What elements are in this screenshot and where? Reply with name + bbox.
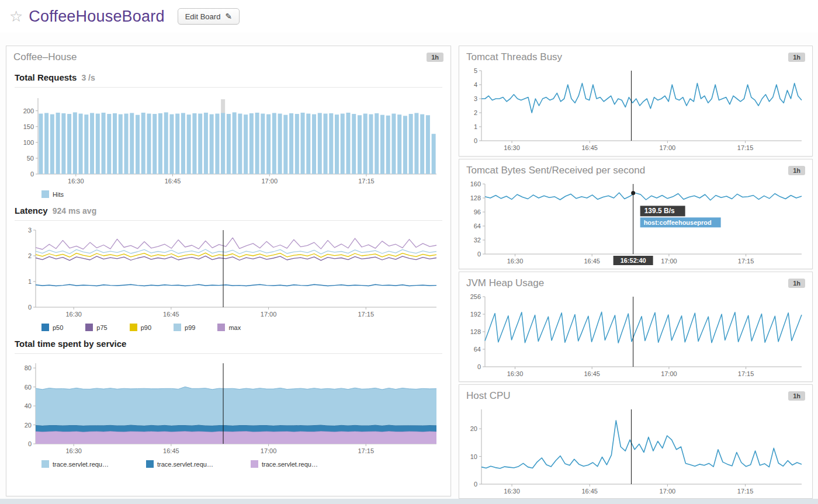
svg-text:192: 192 (470, 311, 481, 318)
time-range-badge[interactable]: 1h (788, 166, 805, 175)
panel-header: Host CPU 1h (459, 385, 812, 405)
time-range-badge[interactable]: 1h (788, 53, 805, 62)
time-range-badge[interactable]: 1h (427, 53, 443, 62)
panel-host-cpu: Host CPU 1h 0102016:3016:4517:0017:15 (459, 384, 813, 499)
svg-text:16:45: 16:45 (584, 258, 600, 265)
svg-text:16:30: 16:30 (65, 311, 82, 318)
edit-board-button[interactable]: Edit Board ✎ (178, 8, 240, 25)
svg-text:2: 2 (28, 252, 32, 259)
svg-text:17:15: 17:15 (738, 258, 754, 265)
legend-label: Hits (53, 191, 64, 198)
svg-text:4: 4 (474, 81, 477, 88)
panel-tomcat-threads-busy: Tomcat Threads Busy 1h 01234516:3016:451… (459, 46, 813, 157)
star-icon[interactable]: ☆ (9, 9, 23, 24)
svg-text:16:30: 16:30 (65, 447, 82, 454)
legend-item[interactable]: p99 (174, 324, 195, 331)
svg-text:0: 0 (474, 481, 477, 488)
time-range-badge[interactable]: 1h (788, 279, 805, 288)
svg-text:64: 64 (474, 346, 481, 353)
panel-header: Tomcat Bytes Sent/Received per second 1h (459, 159, 812, 179)
section-value: 924 ms avg (53, 206, 97, 215)
legend-label: p99 (185, 324, 195, 331)
section-latency: Latency 924 ms avg 012316:3016:4517:0017… (6, 200, 450, 332)
svg-text:5: 5 (474, 67, 477, 74)
section-header: Total time spent by service (15, 333, 442, 354)
legend-swatch (41, 460, 49, 468)
legend-label: trace.servlet.requ… (262, 461, 318, 468)
svg-text:0: 0 (477, 363, 481, 370)
svg-text:17:00: 17:00 (660, 144, 676, 151)
legend-swatch (146, 460, 154, 468)
svg-text:16:45: 16:45 (581, 144, 598, 151)
panel-header: Coffee–House 1h (6, 46, 450, 66)
legend-label: p50 (53, 324, 63, 331)
legend-label: trace.servlet.requ… (53, 461, 109, 468)
legend-swatch (217, 324, 225, 331)
time-range-badge[interactable]: 1h (788, 391, 805, 401)
legend-label: p75 (96, 324, 107, 331)
svg-text:1: 1 (474, 123, 477, 130)
svg-text:10: 10 (470, 453, 477, 460)
svg-text:16:30: 16:30 (507, 258, 524, 265)
svg-text:17:15: 17:15 (358, 178, 375, 185)
section-title: Total Requests (15, 72, 77, 82)
legend-item[interactable]: max (217, 324, 241, 331)
panel-header: JVM Heap Usage 1h (459, 272, 812, 292)
svg-text:17:00: 17:00 (661, 258, 677, 265)
pencil-icon: ✎ (225, 12, 232, 21)
svg-text:17:00: 17:00 (261, 447, 277, 454)
svg-text:50: 50 (27, 155, 34, 162)
jvm-heap-chart[interactable]: 06412819225616:3016:4517:0017:15 (464, 292, 807, 380)
legend-label: max (228, 324, 241, 331)
total-requests-chart[interactable]: 05010015020016:3016:4517:0017:15 (15, 93, 442, 187)
svg-text:host:coffeehouseprod: host:coffeehouseprod (644, 219, 712, 226)
svg-text:16:45: 16:45 (163, 447, 179, 454)
svg-text:16:52:40: 16:52:40 (621, 257, 646, 264)
svg-text:16:30: 16:30 (504, 488, 520, 495)
section-title: Total time spent by service (15, 339, 126, 349)
legend-swatch (85, 324, 93, 331)
panel-title: Tomcat Bytes Sent/Received per second (466, 165, 645, 176)
panel-jvm-heap: JVM Heap Usage 1h 06412819225616:3016:45… (459, 272, 813, 382)
svg-text:3: 3 (28, 227, 32, 234)
legend-swatch (174, 324, 181, 331)
svg-text:16:45: 16:45 (581, 488, 598, 495)
svg-text:0: 0 (28, 440, 32, 447)
svg-text:20: 20 (25, 422, 32, 429)
threads-busy-chart[interactable]: 01234516:3016:4517:0017:15 (464, 66, 807, 154)
svg-text:128: 128 (470, 194, 481, 201)
latency-legend: p50p75p90p99max (15, 320, 442, 332)
svg-text:16:45: 16:45 (165, 178, 181, 185)
svg-text:1: 1 (28, 278, 32, 285)
legend-swatch (41, 324, 49, 331)
panel-header: Tomcat Threads Busy 1h (459, 46, 812, 66)
latency-chart[interactable]: 012316:3016:4517:0017:15 (15, 225, 442, 320)
legend-item[interactable]: p75 (85, 324, 107, 331)
svg-text:100: 100 (23, 139, 34, 146)
svg-text:16:30: 16:30 (504, 144, 520, 151)
time-by-service-chart[interactable]: 02040608016:3016:4517:0017:15 (15, 359, 442, 457)
legend-swatch (41, 190, 49, 198)
section-header: Total Requests 3 /s (15, 67, 442, 88)
host-cpu-chart[interactable]: 0102016:3016:4517:0017:15 (464, 405, 807, 497)
panel-tomcat-bytes: Tomcat Bytes Sent/Received per second 1h… (459, 159, 813, 269)
panel-title: Coffee–House (13, 51, 77, 63)
section-title: Latency (15, 206, 48, 215)
panel-title: Tomcat Threads Busy (466, 51, 562, 63)
svg-text:17:15: 17:15 (358, 447, 374, 454)
svg-text:150: 150 (23, 123, 34, 130)
legend-item[interactable]: p50 (41, 324, 63, 331)
legend-item[interactable]: trace.servlet.requ… (251, 460, 318, 468)
legend-item[interactable]: Hits (41, 190, 64, 198)
svg-text:139.5 B/s: 139.5 B/s (644, 207, 675, 215)
legend-item[interactable]: trace.servlet.requ… (146, 460, 213, 468)
section-total-requests: Total Requests 3 /s 05010015020016:3016:… (6, 67, 450, 199)
section-time-by-service: Total time spent by service 02040608016:… (6, 333, 450, 469)
svg-text:17:15: 17:15 (737, 144, 754, 151)
legend-item[interactable]: trace.servlet.requ… (41, 460, 109, 468)
edit-board-label: Edit Board (185, 12, 221, 21)
section-value: 3 /s (81, 73, 95, 82)
bytes-chart[interactable]: 032649612816016:3016:4517:0017:15139.5 B… (464, 179, 807, 267)
legend-label: trace.servlet.requ… (157, 461, 213, 468)
legend-item[interactable]: p90 (130, 324, 151, 331)
